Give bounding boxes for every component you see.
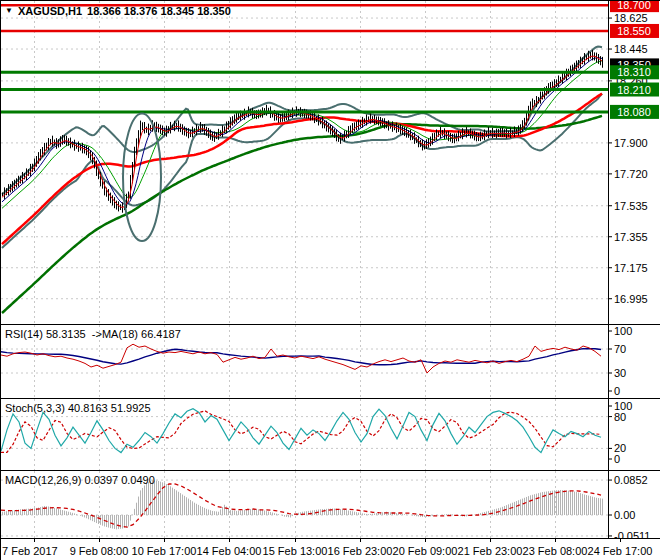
time-axis-label: 7 Feb 2017: [2, 545, 72, 557]
svg-text:80: 80: [614, 411, 626, 423]
svg-text:17.535: 17.535: [614, 200, 648, 212]
symbol-dropdown-icon[interactable]: ▼: [5, 5, 13, 17]
time-axis-label: 15 Feb 13:00: [260, 545, 330, 557]
time-axis-tick: [295, 539, 296, 542]
svg-text:16.995: 16.995: [614, 293, 648, 305]
svg-text:18.210: 18.210: [617, 84, 651, 96]
stoch-indicator-label: Stoch(5,3,3) 40.8163 51.9925: [5, 402, 151, 414]
svg-text:18.080: 18.080: [617, 106, 651, 118]
time-axis-tick: [229, 539, 230, 542]
svg-text:30: 30: [614, 367, 626, 379]
time-axis-tick: [99, 539, 100, 542]
rsi-indicator-label: RSI(14) 58.3135 ->MA(18) 66.4187: [5, 328, 181, 340]
svg-text:18.310: 18.310: [617, 66, 651, 78]
time-axis-tick: [425, 539, 426, 542]
svg-text:17.900: 17.900: [614, 137, 648, 149]
svg-text:0: 0: [614, 385, 620, 397]
svg-text:0: 0: [614, 453, 620, 465]
time-axis-tick: [490, 539, 491, 542]
time-axis-tick: [34, 539, 35, 542]
time-axis-label: 16 Feb 23:00: [325, 545, 395, 557]
svg-text:100: 100: [614, 325, 632, 337]
time-axis-tick: [360, 539, 361, 542]
main-price-chart[interactable]: 18.62518.44518.26017.90017.72017.53517.3…: [1, 1, 660, 325]
symbol-timeframe-label: XAGUSD,H1: [18, 5, 82, 17]
time-axis-label: 9 Feb 08:00: [64, 545, 134, 557]
chart-title: ▼ XAGUSD,H1 18.366 18.376 18.345 18.350: [5, 5, 231, 17]
time-axis-label: 21 Feb 23:00: [455, 545, 525, 557]
svg-text:70: 70: [614, 343, 626, 355]
svg-text:18.700: 18.700: [617, 1, 651, 11]
svg-text:18.550: 18.550: [617, 25, 651, 37]
time-axis-label: 24 Feb 17:00: [585, 545, 655, 557]
ohlc-quotes: 18.366 18.376 18.345 18.350: [87, 5, 231, 17]
svg-text:17.175: 17.175: [614, 262, 648, 274]
time-axis[interactable]: 7 Feb 20179 Feb 08:0010 Feb 17:0014 Feb …: [1, 539, 660, 560]
svg-text:17.355: 17.355: [614, 231, 648, 243]
time-axis-label: 14 Feb 04:00: [194, 545, 264, 557]
svg-text:18.445: 18.445: [614, 43, 648, 55]
svg-text:-0.0511: -0.0511: [614, 530, 651, 539]
svg-text:0.0852: 0.0852: [614, 474, 648, 486]
time-axis-label: 20 Feb 09:00: [390, 545, 460, 557]
svg-text:0.00: 0.00: [614, 509, 635, 521]
time-axis-tick: [164, 539, 165, 542]
svg-text:18.625: 18.625: [614, 12, 648, 24]
time-axis-tick: [555, 539, 556, 542]
chart-window: 18.62518.44518.26017.90017.72017.53517.3…: [0, 0, 660, 560]
macd-indicator-label: MACD(12,26,9) 0.0397 0.0490: [5, 474, 155, 486]
time-axis-tick: [620, 539, 621, 542]
time-axis-label: 10 Feb 17:00: [129, 545, 199, 557]
svg-text:17.720: 17.720: [614, 168, 648, 180]
time-axis-label: 23 Feb 08:00: [520, 545, 590, 557]
